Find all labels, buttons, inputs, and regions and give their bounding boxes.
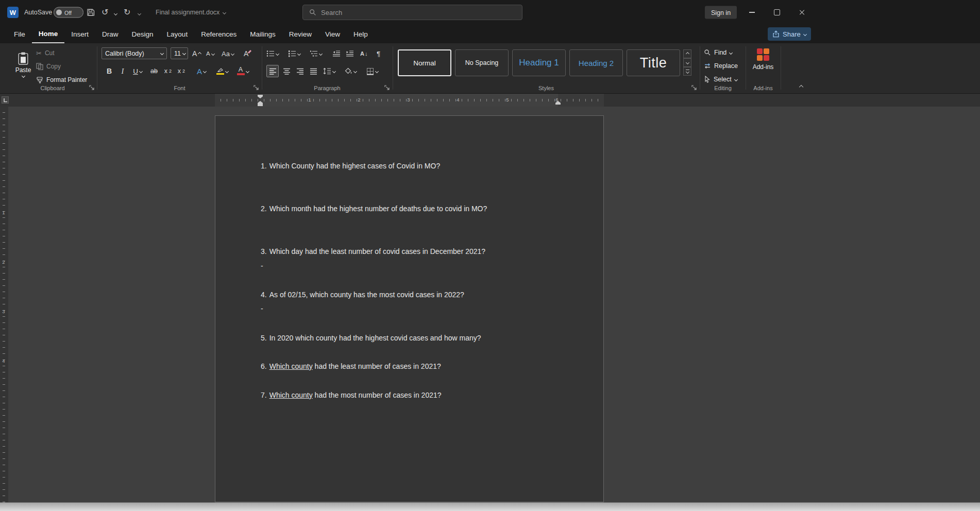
document-line-q6[interactable]: 6.Which county had the least number of c… [261, 362, 441, 371]
font-color-button[interactable]: A [235, 65, 250, 77]
justify-icon [310, 68, 317, 75]
increase-indent-button[interactable] [346, 47, 354, 60]
tab-design[interactable]: Design [125, 25, 160, 43]
autosave-label: AutoSave [24, 9, 52, 16]
autosave-toggle[interactable]: Off [54, 7, 83, 18]
sort-button[interactable]: A ↓ [360, 47, 367, 60]
quick-access-customize-chevron-icon[interactable] [138, 12, 141, 15]
align-right-button[interactable] [294, 65, 306, 77]
tab-insert[interactable]: Insert [64, 25, 95, 43]
chevron-down-icon [685, 61, 689, 64]
document-line-q7[interactable]: 7.Which county had the most number of ca… [261, 390, 442, 400]
share-button[interactable]: Share [768, 27, 811, 41]
document-page[interactable]: 1.Which County had the highest cases of … [215, 115, 604, 502]
document-line-q2[interactable]: 2.Which month had the highest number of … [261, 204, 487, 213]
sign-in-button[interactable]: Sign in [705, 6, 737, 19]
document-title[interactable]: Final assignment.docx [156, 9, 226, 16]
tab-view[interactable]: View [318, 25, 347, 43]
search-icon [309, 9, 316, 16]
document-line-dash[interactable]: - [261, 304, 263, 313]
tab-stop-selector[interactable] [2, 96, 9, 104]
style-no-spacing[interactable]: No Spacing [455, 49, 509, 76]
collapse-ribbon-button[interactable] [799, 85, 803, 89]
styles-scroll-up-button[interactable] [683, 49, 691, 58]
styles-dialog-launcher-icon[interactable] [691, 85, 697, 91]
align-left-button[interactable] [266, 65, 279, 77]
maximize-button[interactable] [765, 0, 789, 25]
font-dialog-launcher-icon[interactable] [254, 85, 259, 91]
document-line-q4[interactable]: 4.As of 02/15, which county has the most… [261, 290, 464, 299]
find-button[interactable]: Find [704, 47, 732, 58]
change-case-button[interactable]: Aa [222, 47, 234, 60]
strikethrough-button[interactable]: ab [148, 65, 160, 77]
minimize-button[interactable] [740, 0, 764, 25]
borders-button[interactable] [364, 65, 380, 77]
tab-references[interactable]: References [194, 25, 243, 43]
redo-button[interactable]: ↻ [124, 8, 130, 16]
taskbar-strip[interactable] [0, 502, 980, 511]
tab-mailings[interactable]: Mailings [243, 25, 282, 43]
grow-font-button[interactable]: A [192, 47, 201, 60]
styles-scroll-down-button[interactable] [683, 58, 691, 67]
decrease-indent-button[interactable] [332, 47, 341, 60]
paste-button[interactable]: Paste [13, 46, 33, 82]
show-formatting-marks-button[interactable]: ¶ [377, 47, 380, 60]
word-logo-icon[interactable]: W [7, 7, 19, 18]
bullets-button[interactable] [266, 47, 279, 60]
chevron-down-icon [375, 69, 378, 73]
tab-file[interactable]: File [7, 25, 32, 43]
ruler-number: 5 [504, 97, 511, 103]
tab-review[interactable]: Review [282, 25, 318, 43]
search-box[interactable]: Search [302, 5, 522, 20]
undo-button[interactable]: ↺ [102, 8, 108, 16]
close-button[interactable] [790, 0, 814, 25]
document-line-dash[interactable]: - [261, 261, 263, 270]
superscript-button[interactable]: x2 [176, 65, 187, 77]
tab-home[interactable]: Home [32, 25, 65, 43]
style-heading-2[interactable]: Heading 2 [569, 49, 623, 76]
replace-button[interactable]: Replace [704, 60, 738, 72]
styles-more-button[interactable] [683, 67, 691, 76]
style-normal[interactable]: Normal [398, 49, 451, 76]
vertical-ruler[interactable]: 1 2 3 4 [0, 107, 8, 502]
underline-button[interactable]: U [130, 65, 145, 77]
document-line-q5[interactable]: 5.In 2020 which county had the highest c… [261, 333, 481, 343]
font-family-combobox[interactable]: Calibri (Body) [102, 47, 167, 59]
tab-help[interactable]: Help [347, 25, 375, 43]
copy-button[interactable]: Copy [36, 61, 61, 72]
save-button[interactable] [87, 8, 95, 16]
highlight-color-button[interactable] [214, 65, 230, 77]
format-painter-button[interactable]: Format Painter [36, 74, 87, 86]
find-icon [704, 49, 711, 56]
tab-layout[interactable]: Layout [160, 25, 195, 43]
style-title[interactable]: Title [627, 49, 680, 76]
left-indent-marker[interactable] [258, 105, 263, 106]
addins-group-label: Add-ins [746, 85, 780, 91]
justify-button[interactable] [307, 65, 319, 77]
style-heading-1[interactable]: Heading 1 [512, 49, 566, 76]
clear-formatting-button[interactable]: A [244, 47, 251, 60]
text-effects-button[interactable]: A [194, 65, 209, 77]
subscript-button[interactable]: x2 [163, 65, 173, 77]
clipboard-dialog-launcher-icon[interactable] [89, 85, 95, 91]
select-button[interactable]: Select [704, 74, 737, 85]
italic-button[interactable]: I [117, 65, 128, 77]
tab-draw[interactable]: Draw [95, 25, 125, 43]
shrink-font-button[interactable]: A [206, 47, 214, 60]
align-center-button[interactable] [280, 65, 293, 77]
addins-button[interactable]: Add-ins [746, 48, 780, 70]
document-line-q1[interactable]: 1.Which County had the highest cases of … [261, 161, 440, 171]
shading-button[interactable] [342, 65, 359, 77]
undo-dropdown-chevron-icon[interactable] [114, 12, 117, 15]
line-spacing-button[interactable] [322, 65, 337, 77]
chevron-down-icon [353, 69, 357, 73]
ruler-number: 1 [1, 210, 7, 215]
multilevel-list-button[interactable] [310, 47, 322, 60]
font-size-combobox[interactable]: 11 [171, 47, 188, 59]
paragraph-dialog-launcher-icon[interactable] [384, 85, 390, 91]
multilevel-list-icon [310, 50, 318, 57]
cut-button[interactable]: ✂ Cut [36, 47, 55, 59]
bold-button[interactable]: B [104, 65, 114, 77]
numbering-button[interactable] [288, 47, 300, 60]
document-line-q3[interactable]: 3.Which day had the least number of covi… [261, 247, 485, 256]
